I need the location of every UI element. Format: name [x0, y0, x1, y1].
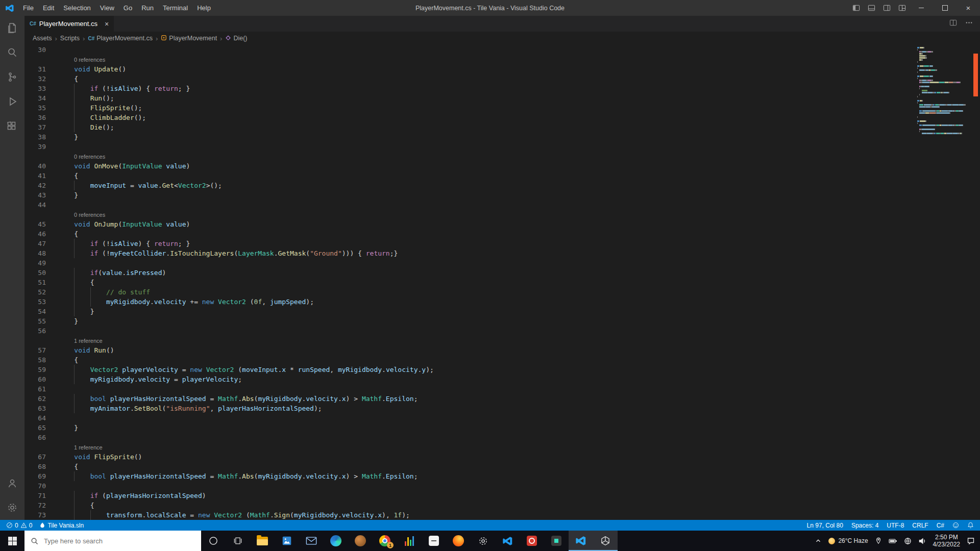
code-line[interactable]: 65 }: [24, 423, 914, 433]
settings-gear-icon[interactable]: [0, 495, 24, 520]
code-line[interactable]: 42 moveInput = value.Get<Vector2>();: [24, 181, 914, 190]
code-line[interactable]: 53 myRigidbody.velocity += new Vector2 (…: [24, 297, 914, 307]
taskbar-app-chrome[interactable]: 1: [373, 531, 397, 551]
code-line[interactable]: 36 ClimbLadder();: [24, 113, 914, 122]
code-line[interactable]: 31 void Update(): [24, 64, 914, 74]
cursor-position[interactable]: Ln 97, Col 80: [807, 522, 843, 529]
code-line[interactable]: 60 myRigidbody.velocity = playerVelocity…: [24, 374, 914, 384]
code-editor[interactable]: 300 references31 void Update()32 {33 if …: [24, 45, 980, 520]
source-control-icon[interactable]: [0, 65, 24, 89]
language-mode[interactable]: C#: [937, 522, 944, 529]
menu-edit[interactable]: Edit: [38, 0, 59, 16]
code-line[interactable]: 62 bool playerHasHorizontalSpeed = Mathf…: [24, 394, 914, 404]
code-line[interactable]: 57 void Run(): [24, 345, 914, 355]
code-line[interactable]: 35 FlipSprite();: [24, 103, 914, 113]
code-line[interactable]: 46 {: [24, 229, 914, 239]
solution-indicator[interactable]: Tile Vania.sln: [39, 522, 84, 529]
codelens-references[interactable]: 0 references: [74, 154, 105, 160]
toggle-secondary-sidebar-icon[interactable]: [879, 0, 894, 16]
overview-ruler[interactable]: [971, 45, 980, 520]
menu-help[interactable]: Help: [192, 0, 215, 16]
code-line[interactable]: 48 if (!myFeetCollider.IsTouchingLayers(…: [24, 248, 914, 258]
taskbar-app-mail[interactable]: [299, 531, 324, 551]
taskbar-app-audio-mixer[interactable]: [397, 531, 422, 551]
taskbar-app-firefox[interactable]: [446, 531, 471, 551]
clock[interactable]: 2:50 PM 4/23/2022: [933, 534, 960, 548]
code-line[interactable]: 69 bool playerHasHorizontalSpeed = Mathf…: [24, 471, 914, 481]
breadcrumb-file[interactable]: C# PlayerMovement.cs: [88, 35, 153, 42]
code-line[interactable]: 55 }: [24, 316, 914, 326]
menu-view[interactable]: View: [95, 0, 119, 16]
account-icon[interactable]: [0, 471, 24, 495]
task-view-button[interactable]: [226, 531, 250, 551]
search-icon[interactable]: [0, 40, 24, 65]
taskbar-app-white[interactable]: [422, 531, 446, 551]
explorer-icon[interactable]: [0, 16, 24, 40]
indentation-setting[interactable]: Spaces: 4: [851, 522, 878, 529]
code-line[interactable]: 63 myAnimator.SetBool("isRunning", playe…: [24, 404, 914, 413]
code-line[interactable]: 70: [24, 481, 914, 491]
code-line[interactable]: 37 Die();: [24, 122, 914, 132]
taskbar-app-red[interactable]: [520, 531, 544, 551]
code-line[interactable]: 33 if (!isAlive) { return; }: [24, 84, 914, 93]
code-line[interactable]: 41 {: [24, 171, 914, 181]
close-button[interactable]: ×: [957, 0, 980, 16]
minimize-button[interactable]: [910, 0, 933, 16]
code-line[interactable]: 39: [24, 142, 914, 152]
notifications-bell-icon[interactable]: [967, 522, 974, 529]
code-line[interactable]: 50 if(value.isPressed): [24, 268, 914, 278]
codelens-row[interactable]: 1 reference: [24, 442, 914, 452]
code-line[interactable]: 72 {: [24, 500, 914, 510]
start-button[interactable]: [0, 531, 24, 551]
breadcrumb-scripts[interactable]: Scripts: [60, 35, 80, 42]
menu-file[interactable]: File: [18, 0, 38, 16]
code-line[interactable]: 38 }: [24, 132, 914, 142]
codelens-references[interactable]: 1 reference: [74, 338, 103, 344]
volume-icon[interactable]: [918, 537, 926, 545]
code-line[interactable]: 45 void OnJump(InputValue value): [24, 219, 914, 229]
breadcrumb-class[interactable]: PlayerMovement: [161, 35, 217, 42]
taskbar-app-settings[interactable]: [471, 531, 495, 551]
codelens-row[interactable]: 0 references: [24, 210, 914, 219]
code-line[interactable]: 49: [24, 258, 914, 268]
network-icon[interactable]: [904, 537, 912, 545]
taskbar-app-photos[interactable]: [275, 531, 299, 551]
code-line[interactable]: 47 if (!isAlive) { return; }: [24, 239, 914, 248]
code-line[interactable]: 44: [24, 200, 914, 210]
maximize-button[interactable]: [933, 0, 957, 16]
codelens-references[interactable]: 0 references: [74, 212, 105, 218]
taskbar-app-dark[interactable]: [544, 531, 569, 551]
taskbar-app-edge[interactable]: [324, 531, 348, 551]
customize-layout-icon[interactable]: [894, 0, 910, 16]
codelens-row[interactable]: 0 references: [24, 55, 914, 64]
breadcrumb-method[interactable]: Die(): [225, 35, 247, 42]
code-line[interactable]: 66: [24, 433, 914, 442]
more-actions-icon[interactable]: [965, 19, 973, 29]
code-line[interactable]: 40 void OnMove(InputValue value): [24, 161, 914, 171]
code-line[interactable]: 73 transform.localScale = new Vector2 (M…: [24, 510, 914, 520]
action-center-icon[interactable]: [967, 537, 975, 545]
weather-widget[interactable]: 26°C Haze: [828, 537, 868, 544]
code-line[interactable]: 59 Vector2 playerVelocity = new Vector2 …: [24, 365, 914, 374]
taskbar-app-file-explorer[interactable]: [250, 531, 275, 551]
taskbar-search[interactable]: [24, 531, 201, 551]
close-tab-icon[interactable]: ×: [105, 20, 109, 28]
encoding-setting[interactable]: UTF-8: [887, 522, 904, 529]
code-line[interactable]: 56: [24, 326, 914, 336]
code-line[interactable]: 34 Run();: [24, 93, 914, 103]
taskbar-app-amber[interactable]: [348, 531, 373, 551]
feedback-smiley-icon[interactable]: [952, 522, 959, 529]
taskbar-app-vscode[interactable]: [495, 531, 520, 551]
code-line[interactable]: 51 {: [24, 278, 914, 287]
code-line[interactable]: 64: [24, 413, 914, 423]
codelens-row[interactable]: 0 references: [24, 152, 914, 161]
code-line[interactable]: 67 void FlipSprite(): [24, 452, 914, 462]
tray-expand-chevron-icon[interactable]: [815, 537, 822, 544]
location-pin-icon[interactable]: [875, 537, 882, 544]
minimap[interactable]: [915, 45, 971, 135]
code-line[interactable]: 58 {: [24, 355, 914, 365]
menu-go[interactable]: Go: [119, 0, 137, 16]
search-input[interactable]: [43, 537, 195, 545]
toggle-panel-icon[interactable]: [864, 0, 879, 16]
run-debug-icon[interactable]: [0, 89, 24, 114]
